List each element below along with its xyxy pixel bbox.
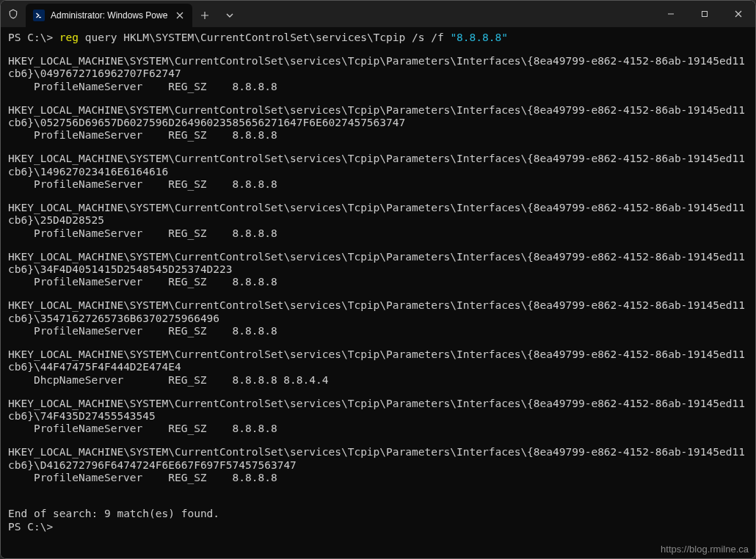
tab-active[interactable]: Administrator: Windows Powe <box>26 4 192 27</box>
command-quoted-arg: "8.8.8.8" <box>450 32 508 43</box>
registry-value-row: ProfileNameServerREG_SZ8.8.8.8 <box>8 227 748 240</box>
registry-key-path: HKEY_LOCAL_MACHINE\SYSTEM\CurrentControl… <box>8 202 748 227</box>
minimize-button[interactable] <box>654 1 688 27</box>
svg-rect-1 <box>702 12 708 17</box>
registry-value-row: DhcpNameServerREG_SZ8.8.8.8 8.8.4.4 <box>8 374 748 387</box>
titlebar: Administrator: Windows Powe <box>1 1 755 27</box>
watermark-text: https://blog.rmilne.ca <box>661 544 749 555</box>
terminal-output[interactable]: PS C:\> reg query HKLM\SYSTEM\CurrentCon… <box>1 27 755 558</box>
registry-value-row: ProfileNameServerREG_SZ8.8.8.8 <box>8 423 748 435</box>
registry-key-path: HKEY_LOCAL_MACHINE\SYSTEM\CurrentControl… <box>8 446 748 472</box>
tab-close-button[interactable] <box>173 9 186 22</box>
next-prompt: PS C:\> <box>8 521 53 533</box>
search-summary: End of search: 9 match(es) found. <box>8 508 748 520</box>
window-controls <box>654 1 755 27</box>
registry-key-path: HKEY_LOCAL_MACHINE\SYSTEM\CurrentControl… <box>8 55 748 81</box>
tab-dropdown-button[interactable] <box>217 4 242 27</box>
shield-icon <box>1 9 26 19</box>
registry-value-row: ProfileNameServerREG_SZ8.8.8.8 <box>8 472 748 484</box>
terminal-window: Administrator: Windows Powe <box>0 0 756 559</box>
maximize-button[interactable] <box>688 1 722 27</box>
close-button[interactable] <box>722 1 755 27</box>
registry-key-path: HKEY_LOCAL_MACHINE\SYSTEM\CurrentControl… <box>8 398 748 423</box>
registry-value-row: ProfileNameServerREG_SZ8.8.8.8 <box>8 325 748 337</box>
new-tab-button[interactable] <box>192 4 217 27</box>
prompt-prefix: PS C:\> <box>8 32 53 43</box>
registry-key-path: HKEY_LOCAL_MACHINE\SYSTEM\CurrentControl… <box>8 153 748 178</box>
registry-value-row: ProfileNameServerREG_SZ8.8.8.8 <box>8 276 748 288</box>
titlebar-left: Administrator: Windows Powe <box>1 1 242 27</box>
command-args: query HKLM\SYSTEM\CurrentControlSet\serv… <box>79 32 450 43</box>
registry-value-row: ProfileNameServerREG_SZ8.8.8.8 <box>8 178 748 191</box>
registry-key-path: HKEY_LOCAL_MACHINE\SYSTEM\CurrentControl… <box>8 251 748 277</box>
registry-value-row: ProfileNameServerREG_SZ8.8.8.8 <box>8 81 748 93</box>
registry-key-path: HKEY_LOCAL_MACHINE\SYSTEM\CurrentControl… <box>8 104 748 130</box>
powershell-icon <box>33 10 45 21</box>
registry-value-row: ProfileNameServerREG_SZ8.8.8.8 <box>8 129 748 142</box>
registry-key-path: HKEY_LOCAL_MACHINE\SYSTEM\CurrentControl… <box>8 299 748 325</box>
command-exe: reg <box>59 32 79 43</box>
registry-key-path: HKEY_LOCAL_MACHINE\SYSTEM\CurrentControl… <box>8 348 748 374</box>
tab-title: Administrator: Windows Powe <box>51 10 167 21</box>
